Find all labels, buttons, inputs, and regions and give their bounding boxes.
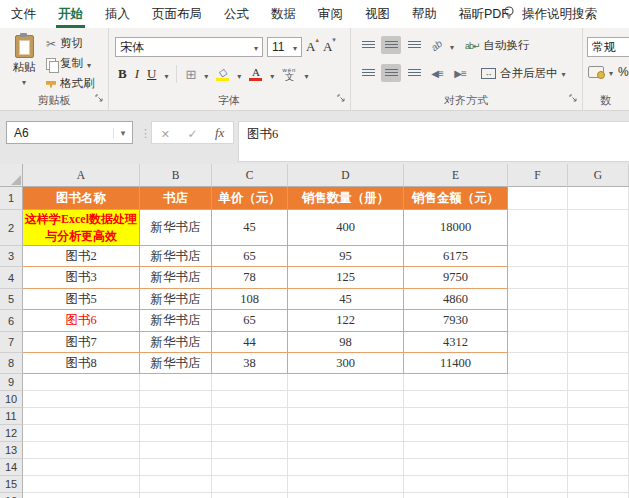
- cell[interactable]: [404, 476, 508, 493]
- menu-tab[interactable]: 帮助: [401, 0, 448, 28]
- cell[interactable]: [212, 493, 288, 498]
- cell[interactable]: [568, 493, 629, 498]
- cell[interactable]: [404, 459, 508, 476]
- column-header[interactable]: C: [212, 164, 288, 187]
- cell[interactable]: [568, 246, 629, 267]
- cell[interactable]: 图书7: [23, 332, 140, 353]
- row-header[interactable]: 6: [0, 310, 23, 332]
- underline-button[interactable]: U: [147, 66, 156, 82]
- cell[interactable]: 108: [212, 289, 288, 310]
- cell[interactable]: 新华书店: [140, 267, 212, 289]
- table-header-cell[interactable]: 销售金额（元）: [404, 187, 508, 210]
- cell[interactable]: [404, 391, 508, 408]
- menu-tab[interactable]: 数据: [260, 0, 307, 28]
- cell[interactable]: [212, 374, 288, 391]
- menu-tab[interactable]: 视图: [354, 0, 401, 28]
- table-header-cell[interactable]: 单价（元）: [212, 187, 288, 210]
- cell[interactable]: [568, 210, 629, 246]
- cell[interactable]: [508, 374, 568, 391]
- cell[interactable]: 122: [288, 310, 404, 332]
- cell[interactable]: 图书5: [23, 289, 140, 310]
- cell[interactable]: [212, 476, 288, 493]
- row-header[interactable]: 2: [0, 210, 23, 246]
- cell[interactable]: 新华书店: [140, 210, 212, 246]
- tell-me-search[interactable]: 操作说明搜索: [503, 0, 597, 28]
- font-size-combo[interactable]: 11: [267, 37, 302, 57]
- cell[interactable]: [404, 374, 508, 391]
- cell[interactable]: 新华书店: [140, 353, 212, 374]
- cell[interactable]: [140, 425, 212, 442]
- column-header[interactable]: G: [568, 164, 629, 187]
- column-header[interactable]: B: [140, 164, 212, 187]
- cell[interactable]: [568, 374, 629, 391]
- cell[interactable]: 18000: [404, 210, 508, 246]
- cell[interactable]: [23, 442, 140, 459]
- cell[interactable]: [568, 408, 629, 425]
- row-header[interactable]: 12: [0, 425, 23, 442]
- cell[interactable]: 9750: [404, 267, 508, 289]
- cell[interactable]: [508, 310, 568, 332]
- cell[interactable]: 300: [288, 353, 404, 374]
- cell[interactable]: [140, 476, 212, 493]
- menu-tab[interactable]: 文件: [0, 0, 47, 28]
- cell[interactable]: [23, 459, 140, 476]
- font-color-button[interactable]: A: [249, 67, 262, 81]
- row-header[interactable]: 8: [0, 353, 23, 374]
- cell[interactable]: [568, 442, 629, 459]
- cell[interactable]: [23, 493, 140, 498]
- cell[interactable]: [508, 289, 568, 310]
- cell[interactable]: [568, 425, 629, 442]
- cell[interactable]: [508, 408, 568, 425]
- cell[interactable]: [508, 267, 568, 289]
- name-box[interactable]: A6 ▾: [6, 121, 133, 144]
- alignment-dialog-launcher-icon[interactable]: [569, 89, 578, 107]
- table-header-cell[interactable]: 书店: [140, 187, 212, 210]
- cancel-icon[interactable]: [161, 124, 170, 142]
- cell[interactable]: [568, 353, 629, 374]
- row-header[interactable]: 7: [0, 332, 23, 353]
- menu-tab[interactable]: 插入: [94, 0, 141, 28]
- cell[interactable]: [140, 459, 212, 476]
- cell[interactable]: 这样学Excel数据处理与分析更高效: [23, 210, 140, 246]
- cell[interactable]: [288, 442, 404, 459]
- cell[interactable]: 新华书店: [140, 310, 212, 332]
- italic-button[interactable]: I: [135, 66, 139, 82]
- menu-tab[interactable]: 审阅: [307, 0, 354, 28]
- merge-center-button[interactable]: ↔合并后居中: [481, 66, 566, 81]
- cell[interactable]: [568, 187, 629, 210]
- cell[interactable]: [23, 425, 140, 442]
- menu-tab[interactable]: 页面布局: [141, 0, 213, 28]
- column-header[interactable]: D: [288, 164, 404, 187]
- cell[interactable]: 6175: [404, 246, 508, 267]
- cell[interactable]: [404, 425, 508, 442]
- formula-input[interactable]: 图书6: [238, 121, 629, 162]
- row-header[interactable]: 15: [0, 476, 23, 493]
- cell[interactable]: [404, 442, 508, 459]
- increase-indent-button[interactable]: ▶≡: [450, 64, 470, 82]
- menu-tab[interactable]: 公式: [213, 0, 260, 28]
- cell[interactable]: [568, 267, 629, 289]
- phonetic-guide-button[interactable]: wén文: [282, 67, 296, 82]
- cell[interactable]: 65: [212, 246, 288, 267]
- cell[interactable]: [140, 408, 212, 425]
- cell[interactable]: [404, 493, 508, 498]
- copy-button[interactable]: 复制: [46, 56, 95, 71]
- cell[interactable]: 65: [212, 310, 288, 332]
- fill-color-button[interactable]: [216, 67, 229, 81]
- cell[interactable]: [23, 374, 140, 391]
- row-header[interactable]: 10: [0, 391, 23, 408]
- cell[interactable]: [568, 310, 629, 332]
- cell[interactable]: [568, 289, 629, 310]
- cell[interactable]: [212, 391, 288, 408]
- cell[interactable]: [212, 408, 288, 425]
- formula-bar-handle[interactable]: ⋮: [140, 127, 151, 140]
- cell[interactable]: [568, 459, 629, 476]
- cell[interactable]: 11400: [404, 353, 508, 374]
- row-header[interactable]: 16: [0, 493, 23, 498]
- row-header[interactable]: 14: [0, 459, 23, 476]
- bold-button[interactable]: B: [118, 66, 127, 82]
- cell[interactable]: [140, 374, 212, 391]
- grow-font-button[interactable]: A▴: [306, 39, 319, 55]
- cell[interactable]: [508, 391, 568, 408]
- accounting-format-icon[interactable]: [588, 66, 604, 78]
